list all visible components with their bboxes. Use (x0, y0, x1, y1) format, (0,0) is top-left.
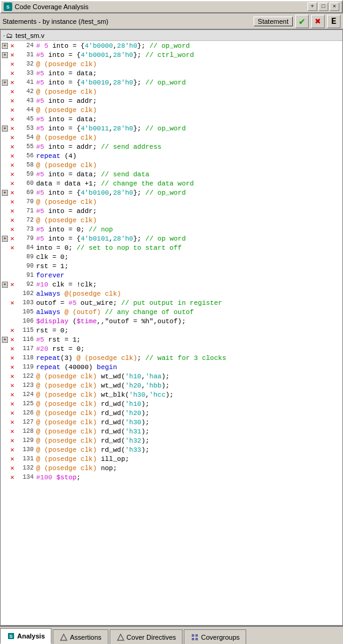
tree-expand-icon[interactable]: - (3, 32, 5, 39)
code-text: @ (posedge clk) rd_wd('h32); (36, 437, 149, 444)
svg-text:S: S (9, 634, 13, 639)
x-mark-icon: ✕ (9, 106, 16, 114)
minimize-button[interactable]: + (307, 2, 317, 11)
code-text: @ (posedge clk) (36, 162, 97, 169)
tab-icon-analysis: S (7, 632, 15, 640)
x-mark-icon: ✕ (9, 326, 16, 334)
x-mark-icon: ✕ (9, 446, 16, 454)
expand-button[interactable]: + (2, 236, 8, 242)
code-text: @ (posedge clk) rd_wd('h20); (36, 410, 149, 417)
expand-button[interactable]: + (2, 282, 8, 288)
code-text: #5 into = data; (36, 70, 97, 77)
line-number: 118 (19, 354, 36, 361)
tab-covergroups[interactable]: Covergroups (184, 629, 246, 644)
code-text: #100 $stop; (36, 474, 81, 481)
line-number: 128 (19, 428, 36, 435)
table-row: ✕58@ (posedge clk) (1, 160, 342, 170)
line-number: 130 (19, 446, 36, 453)
toolbar-label: Statements - by instance (/test_sm) (2, 18, 251, 25)
x-mark-icon: ✕ (9, 51, 16, 59)
x-mark-icon: ✕ (9, 161, 16, 169)
code-area[interactable]: +✕24# 5 into = {4'b0000,28'h0}; // op_wo… (1, 41, 342, 625)
code-text: @ (posedge clk) (36, 107, 97, 114)
table-row: +✕79#5 into = {4'b0101,28'h0}; // op wor… (1, 234, 342, 243)
tab-icon-assertions (59, 633, 68, 642)
cross-icon-button[interactable]: ✖ (311, 15, 325, 28)
tab-cover-directives[interactable]: Cover Directives (110, 629, 183, 644)
x-mark-icon: ✕ (9, 464, 16, 472)
tab-analysis[interactable]: SAnalysis (0, 628, 51, 644)
expand-button[interactable]: + (2, 125, 8, 132)
code-text: #5 into = {4'b0011,28'h0}; // op_word (36, 125, 186, 132)
code-text: outof = #5 out_wire; // put output in re… (36, 299, 222, 307)
code-text: forever (36, 272, 64, 279)
line-number: 129 (19, 437, 36, 444)
expand-button[interactable]: + (2, 43, 8, 49)
expand-button[interactable]: + (2, 337, 8, 343)
x-mark-icon: ✕ (9, 78, 16, 86)
line-number: 24 (19, 42, 36, 49)
table-row: ✕123@ (posedge clk) wt_wd('h20,'hbb); (1, 381, 342, 390)
code-text: #10 clk = !clk; (36, 281, 97, 288)
x-mark-icon: ✕ (9, 216, 16, 224)
line-number: 92 (19, 281, 36, 288)
table-row: ✕103outof = #5 out_wire; // put output i… (1, 298, 342, 307)
x-mark-icon: ✕ (9, 88, 16, 95)
expand-button[interactable]: + (2, 52, 8, 58)
table-row: ✕117#20 rst = 0; (1, 344, 342, 353)
code-text: @ (posedge clk) rd_wd('h10); (36, 400, 149, 408)
line-number: 70 (19, 198, 36, 205)
x-mark-icon: ✕ (9, 299, 16, 307)
code-text: clk = 0; (36, 253, 69, 261)
line-number: 73 (19, 226, 36, 233)
table-row: +✕31#5 into = {4'b0001,28'h0}; // ctrl_w… (1, 50, 342, 59)
e-icon-button[interactable]: E (327, 15, 341, 28)
table-row: ✕44@ (posedge clk) (1, 105, 342, 114)
line-number: 103 (19, 299, 36, 306)
code-text: #5 into = addr; (36, 97, 97, 105)
x-mark-icon: ✕ (9, 335, 16, 343)
code-text: @ (posedge clk) rd_wd('h30); (36, 419, 149, 426)
table-row: 90rst = 1; (1, 261, 342, 271)
table-row: ✕42@ (posedge clk) (1, 87, 342, 96)
line-number: 116 (19, 336, 36, 343)
expand-button[interactable]: + (2, 190, 8, 196)
close-button[interactable]: × (330, 2, 339, 11)
table-row: ✕43#5 into = addr; (1, 96, 342, 105)
code-text: #5 into = addr; // send address (36, 143, 162, 151)
line-number: 33 (19, 70, 36, 77)
statement-button[interactable]: Statement (254, 17, 293, 26)
line-number: 79 (19, 235, 36, 242)
table-row: +✕92#10 clk = !clk; (1, 280, 342, 289)
toolbar: Statements - by instance (/test_sm) Stat… (0, 13, 343, 29)
x-mark-icon: ✕ (9, 418, 16, 426)
x-mark-icon: ✕ (9, 207, 16, 215)
code-text: #5 into = data; // send data (36, 171, 149, 178)
x-mark-icon: ✕ (9, 234, 16, 242)
x-mark-icon: ✕ (9, 363, 16, 371)
line-number: 91 (19, 272, 36, 279)
maximize-button[interactable]: □ (318, 2, 328, 11)
line-number: 55 (19, 143, 36, 150)
code-text: #5 into = {4'b0010,28'h0}; // op_word (36, 79, 186, 86)
tab-assertions[interactable]: Assertions (53, 629, 108, 644)
code-text: @ (posedge clk) (36, 217, 97, 224)
table-row: ✕84into = 0; // set to nop to start off (1, 243, 342, 252)
check-icon-button[interactable]: ✔ (295, 15, 309, 28)
tab-label-cover-directives: Cover Directives (127, 634, 176, 641)
table-row: ✕126@ (posedge clk) rd_wd('h20); (1, 408, 342, 417)
line-number: 105 (19, 309, 36, 315)
tab-label-analysis: Analysis (17, 632, 45, 640)
line-number: 69 (19, 189, 36, 196)
table-row: ✕125@ (posedge clk) rd_wd('h10); (1, 399, 342, 408)
window-controls: + □ × (307, 2, 339, 11)
code-text: @ (posedge clk) wt_wd('h10,'haa); (36, 373, 170, 380)
table-row: ✕115rst = 0; (1, 326, 342, 335)
code-text: @ (posedge clk) rd_wd('h31); (36, 428, 149, 435)
svg-marker-2 (61, 634, 67, 640)
line-number: 102 (19, 290, 36, 297)
table-row: ✕45#5 into = data; (1, 114, 342, 124)
table-row: +✕69#5 into = {4'b0100,28'h0}; // op_wor… (1, 188, 342, 197)
x-mark-icon: ✕ (9, 455, 16, 463)
expand-button[interactable]: + (2, 80, 8, 86)
